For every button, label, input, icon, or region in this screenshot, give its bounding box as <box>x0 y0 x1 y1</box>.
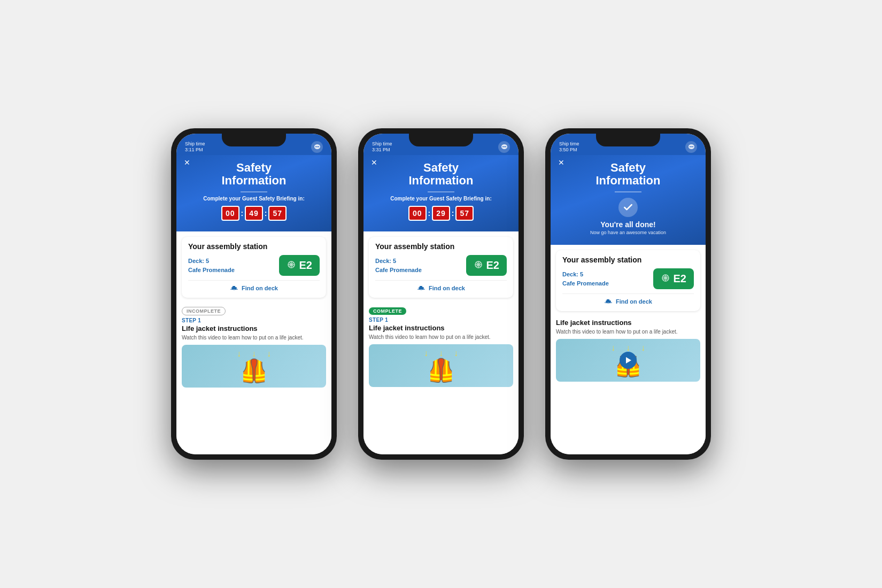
phone-1: Ship time 3:11 PM ✕ SafetyInformation Co… <box>171 128 337 460</box>
phone-screen-3: Ship time 3:50 PM ✕ SafetyInformation Yo… <box>551 134 706 454</box>
ship-icon-3 <box>604 297 613 306</box>
find-deck-label-2: Find on deck <box>429 285 465 291</box>
chat-icon-2[interactable] <box>498 141 510 153</box>
step-desc-3: Watch this video to learn how to put on … <box>556 328 700 336</box>
svg-point-13 <box>504 146 505 148</box>
phone-2: Ship time 3:31 PM ✕ SafetyInformation Co… <box>358 128 524 460</box>
video-content-1: ↓↓↓ 🦺 <box>182 345 326 388</box>
header-divider-2 <box>428 191 454 192</box>
video-thumb-3[interactable]: ↓↓↓ 🦺 <box>556 339 700 382</box>
svg-rect-32 <box>607 299 609 301</box>
deck-info-3: Deck: 5Cafe Promenade <box>562 270 609 288</box>
station-icon-3 <box>661 273 670 284</box>
timer-colon-2-1: : <box>265 209 267 218</box>
timer-hours-2: 00 <box>408 206 427 221</box>
step-title-3: Life jacket instructions <box>556 319 700 327</box>
station-badge-1: E2 <box>279 255 320 276</box>
svg-marker-33 <box>626 357 631 363</box>
notch-3 <box>596 134 660 146</box>
chat-icon-3[interactable] <box>685 141 697 153</box>
close-button-1[interactable]: ✕ <box>184 158 190 167</box>
assembly-card-1: Your assembly station Deck: 5Cafe Promen… <box>182 237 326 298</box>
video-content-2: ↓↓↓ 🦺 <box>369 344 513 387</box>
done-title-3: You're all done! <box>600 220 655 229</box>
ship-time-2: Ship time 3:31 PM <box>372 141 392 153</box>
header-divider-3 <box>615 191 641 192</box>
svg-point-12 <box>502 146 504 148</box>
done-section-3: You're all done! Now go have an awesome … <box>559 196 697 236</box>
timer-colon-1-2: : <box>428 209 431 218</box>
step-title-2: Life jacket instructions <box>369 324 513 332</box>
briefing-text-1: Complete your Guest Safety Briefing in: <box>185 196 323 202</box>
notch-1 <box>222 134 286 146</box>
close-button-2[interactable]: ✕ <box>371 158 377 167</box>
header-title-3: SafetyInformation <box>559 161 697 187</box>
close-button-3[interactable]: ✕ <box>558 158 564 167</box>
ship-time-1: Ship time 3:11 PM <box>185 141 205 153</box>
notch-2 <box>409 134 473 146</box>
video-thumb-1: ↓↓↓ 🦺 <box>182 345 326 388</box>
svg-point-25 <box>692 146 693 148</box>
step-title-1: Life jacket instructions <box>182 324 326 332</box>
header-3: ✕ SafetyInformation You're all done! Now… <box>551 155 706 245</box>
timer-seconds-2: 57 <box>455 206 474 221</box>
find-deck-button-1[interactable]: Find on deck <box>188 280 320 293</box>
station-badge-2: E2 <box>466 255 507 276</box>
content-1: Your assembly station Deck: 5Cafe Promen… <box>176 231 331 454</box>
timer-seconds-1: 57 <box>268 206 287 221</box>
phone-wrapper-2: Ship time 3:31 PM ✕ SafetyInformation Co… <box>358 128 524 460</box>
find-deck-label-1: Find on deck <box>242 285 278 291</box>
timer-colon-1-1: : <box>241 209 244 218</box>
station-label-1: E2 <box>299 259 312 272</box>
svg-point-3 <box>318 146 319 148</box>
assembly-title-3: Your assembly station <box>562 256 694 264</box>
header-2: ✕ SafetyInformation Complete your Guest … <box>363 155 519 231</box>
deck-info-2: Deck: 5Cafe Promenade <box>375 257 422 274</box>
chat-icon-1[interactable] <box>311 141 323 153</box>
step-desc-1: Watch this video to learn how to put on … <box>182 334 326 342</box>
step-section-1: INCOMPLETESTEP 1Life jacket instructions… <box>182 301 326 391</box>
life-jacket-figure-1: 🦺 <box>240 358 268 384</box>
svg-point-24 <box>691 146 692 148</box>
assembly-card-3: Your assembly station Deck: 5Cafe Promen… <box>556 250 700 311</box>
svg-point-14 <box>505 146 506 148</box>
step-section-3: Life jacket instructionsWatch this video… <box>556 314 700 385</box>
step-label-2: STEP 1 <box>369 317 513 323</box>
content-3: Your assembly station Deck: 5Cafe Promen… <box>551 245 706 454</box>
svg-point-2 <box>316 146 318 148</box>
timer-colon-2-2: : <box>452 209 454 218</box>
status-badge-1: INCOMPLETE <box>182 307 226 315</box>
assembly-title-1: Your assembly station <box>188 242 320 251</box>
life-jacket-figure-2: 🦺 <box>427 357 455 383</box>
phone-screen-1: Ship time 3:11 PM ✕ SafetyInformation Co… <box>176 134 331 454</box>
find-deck-label-3: Find on deck <box>616 298 652 305</box>
check-circle-3 <box>618 198 638 217</box>
timer-minutes-1: 49 <box>245 206 263 221</box>
station-label-2: E2 <box>486 259 499 272</box>
video-content-3: ↓↓↓ 🦺 <box>556 339 700 382</box>
status-badge-2: COMPLETE <box>369 307 406 315</box>
svg-rect-10 <box>233 286 235 288</box>
header-title-1: SafetyInformation <box>185 161 323 187</box>
svg-point-1 <box>315 146 316 148</box>
svg-rect-21 <box>420 286 422 288</box>
header-title-2: SafetyInformation <box>372 161 510 187</box>
step-desc-2: Watch this video to learn how to put on … <box>369 334 513 341</box>
content-2: Your assembly station Deck: 5Cafe Promen… <box>363 231 519 454</box>
briefing-text-2: Complete your Guest Safety Briefing in: <box>372 196 510 202</box>
done-subtitle-3: Now go have an awesome vacation <box>590 230 666 235</box>
step-label-1: STEP 1 <box>182 318 326 323</box>
phone-3: Ship time 3:50 PM ✕ SafetyInformation Yo… <box>545 128 711 460</box>
station-label-3: E2 <box>674 273 686 285</box>
find-deck-button-3[interactable]: Find on deck <box>562 293 694 307</box>
timer-2: 00 : 29 : 57 <box>408 206 474 221</box>
find-deck-button-2[interactable]: Find on deck <box>375 280 507 293</box>
ship-time-3: Ship time 3:50 PM <box>559 141 579 153</box>
svg-point-23 <box>690 146 691 148</box>
station-badge-3: E2 <box>653 268 694 289</box>
arrow-indicators-2: ↓↓↓ <box>424 349 458 358</box>
assembly-card-2: Your assembly station Deck: 5Cafe Promen… <box>369 237 513 298</box>
timer-minutes-2: 29 <box>432 206 450 221</box>
ship-icon-1 <box>230 284 238 292</box>
station-icon-2 <box>474 260 483 271</box>
